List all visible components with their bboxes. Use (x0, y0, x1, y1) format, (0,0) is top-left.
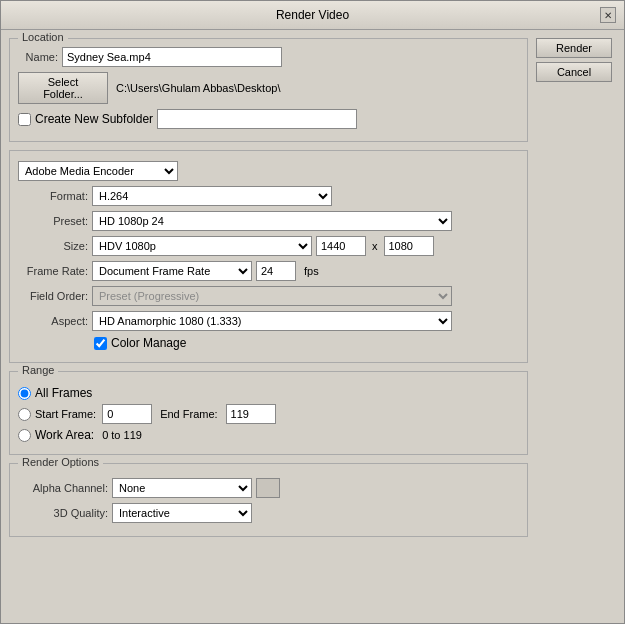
quality-select[interactable]: Interactive (112, 503, 252, 523)
color-manage-checkbox[interactable] (94, 337, 107, 350)
fps-label: fps (304, 265, 319, 277)
range-group: Range All Frames Start Frame: End Frame: (9, 371, 528, 455)
framerate-select[interactable]: Document Frame Rate (92, 261, 252, 281)
size-x-label: x (372, 240, 378, 252)
title-bar: Render Video ✕ (1, 1, 624, 30)
alpha-select[interactable]: None (112, 478, 252, 498)
end-frame-input[interactable] (226, 404, 276, 424)
format-label: Format: (18, 190, 88, 202)
framerate-input[interactable] (256, 261, 296, 281)
aspect-label: Aspect: (18, 315, 88, 327)
size-height-input[interactable] (384, 236, 434, 256)
work-area-radio[interactable] (18, 429, 31, 442)
size-select[interactable]: HDV 1080p (92, 236, 312, 256)
main-panel: Location Name: Select Folder... C:\Users… (9, 38, 528, 615)
fieldorder-select: Preset (Progressive) (92, 286, 452, 306)
location-group: Location Name: Select Folder... C:\Users… (9, 38, 528, 142)
create-subfolder-checkbox[interactable] (18, 113, 31, 126)
framerate-label: Frame Rate: (18, 265, 88, 277)
work-area-label: Work Area: (35, 428, 94, 442)
name-input[interactable] (62, 47, 282, 67)
dialog-title: Render Video (25, 8, 600, 22)
end-frame-label: End Frame: (160, 408, 217, 420)
render-options-group: Render Options Alpha Channel: None 3D Qu… (9, 463, 528, 537)
cancel-button[interactable]: Cancel (536, 62, 612, 82)
size-width-input[interactable] (316, 236, 366, 256)
close-button[interactable]: ✕ (600, 7, 616, 23)
start-frame-input[interactable] (102, 404, 152, 424)
all-frames-radio[interactable] (18, 387, 31, 400)
location-group-title: Location (18, 31, 68, 43)
alpha-label: Alpha Channel: (18, 482, 108, 494)
render-options-title: Render Options (18, 456, 103, 468)
fieldorder-label: Field Order: (18, 290, 88, 302)
subfolder-input[interactable] (157, 109, 357, 129)
aspect-select[interactable]: HD Anamorphic 1080 (1.333) (92, 311, 452, 331)
color-manage-label: Color Manage (111, 336, 186, 350)
range-group-title: Range (18, 364, 58, 376)
format-select[interactable]: H.264 (92, 186, 332, 206)
work-area-value: 0 to 119 (102, 429, 142, 441)
select-folder-button[interactable]: Select Folder... (18, 72, 108, 104)
create-subfolder-label: Create New Subfolder (35, 112, 153, 126)
encoder-group: Adobe Media Encoder Format: H.264 Preset… (9, 150, 528, 363)
encoder-select[interactable]: Adobe Media Encoder (18, 161, 178, 181)
size-label: Size: (18, 240, 88, 252)
preset-select[interactable]: HD 1080p 24 (92, 211, 452, 231)
folder-path: C:\Users\Ghulam Abbas\Desktop\ (116, 82, 280, 94)
render-button[interactable]: Render (536, 38, 612, 58)
dialog-render-video: Render Video ✕ Location Name: Select Fol… (0, 0, 625, 624)
side-panel: Render Cancel (536, 38, 616, 615)
name-label: Name: (18, 51, 58, 63)
quality-label: 3D Quality: (18, 507, 108, 519)
start-frame-radio[interactable] (18, 408, 31, 421)
alpha-color-box (256, 478, 280, 498)
preset-label: Preset: (18, 215, 88, 227)
all-frames-label: All Frames (35, 386, 92, 400)
start-frame-label: Start Frame: (35, 408, 96, 420)
